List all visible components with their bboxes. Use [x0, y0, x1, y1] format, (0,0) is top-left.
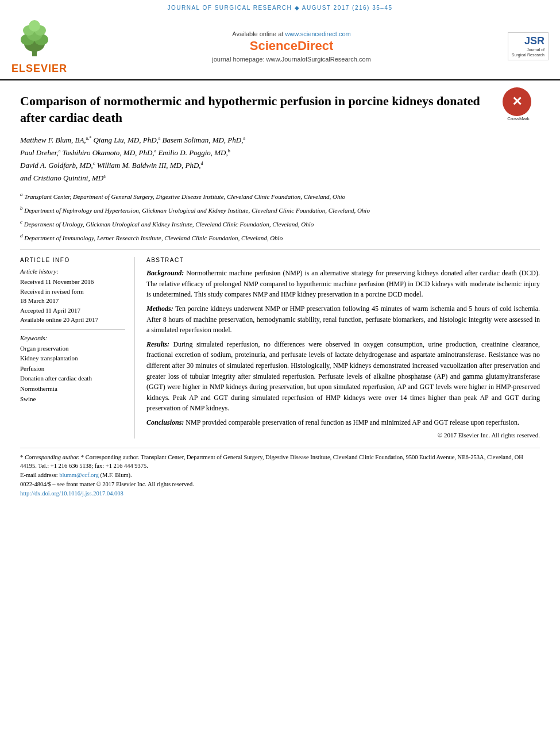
elsevier-tree-icon — [11, 18, 57, 58]
received-date: Received 11 November 2016 — [20, 277, 125, 287]
abstract-column: Abstract Background: Normothermic machin… — [146, 257, 540, 438]
affiliation-b: b Department of Nephrology and Hypertens… — [20, 205, 540, 215]
results-text: During simulated reperfusion, no differe… — [146, 340, 540, 413]
keyword-organ-preservation: Organ preservation — [20, 344, 125, 354]
footer: * Corresponding author. * Corresponding … — [20, 448, 540, 503]
journal-homepage: journal homepage: www.JournalofSurgicalR… — [80, 56, 503, 63]
affiliations-block: a Transplant Center, Department of Gener… — [20, 191, 540, 243]
conclusions-label: Conclusions: — [146, 418, 184, 426]
article-title: Comparison of normothermic and hypotherm… — [20, 93, 540, 126]
available-online-date: Available online 20 April 2017 — [20, 315, 125, 325]
crossmark-icon: ✕ — [503, 87, 531, 116]
email-note: E-mail address: blumm@ccf.org (M.F. Blum… — [20, 471, 540, 480]
elsevier-logo: ELSEVIER — [11, 18, 80, 75]
abstract-results: Results: During simulated reperfusion, n… — [146, 339, 540, 414]
methods-text: Ten porcine kidneys underwent NMP or HMP… — [146, 305, 540, 334]
issn-note: 0022-4804/$ – see front matter © 2017 El… — [20, 480, 540, 489]
main-content: Comparison of normothermic and hypotherm… — [0, 80, 560, 439]
email-label: E-mail address: — [20, 472, 59, 478]
crossmark-badge: ✕ CrossMark — [503, 87, 534, 119]
history-label: Article history: — [20, 268, 125, 275]
journal-header: Journal of Surgical Research ◆ August 20… — [0, 0, 560, 13]
revised-date: Received in revised form18 March 2017 — [20, 287, 125, 306]
jsr-fullname: Journal ofSurgical Research — [512, 47, 544, 57]
affiliation-a: a Transplant Center, Department of Gener… — [20, 191, 540, 201]
affiliation-c: c Department of Urology, Glickman Urolog… — [20, 218, 540, 229]
email-link[interactable]: blumm@ccf.org — [59, 472, 99, 478]
corresponding-note: * Corresponding author. * Corresponding … — [20, 453, 540, 471]
available-online-text: Available online at www.sciencedirect.co… — [80, 30, 503, 37]
keyword-donation: Donation after cardiac death — [20, 374, 125, 384]
doi-anchor[interactable]: http://dx.doi.org/10.1016/j.jss.2017.04.… — [20, 490, 123, 497]
conclusions-text: NMP provided comparable preservation of … — [186, 418, 519, 426]
journal-name: Journal of Surgical Research — [167, 5, 292, 11]
article-info-header: Article Info — [20, 257, 125, 263]
center-banner: Available online at www.sciencedirect.co… — [80, 30, 503, 63]
keyword-kidney: Kidney transplantation — [20, 353, 125, 364]
section-divider-1 — [20, 249, 540, 250]
sciencedirect-url[interactable]: www.sciencedirect.com — [285, 30, 350, 37]
background-text: Normothermic machine perfusion (NMP) is … — [146, 269, 540, 298]
abstract-header: Abstract — [146, 257, 540, 263]
top-banner: ELSEVIER Available online at www.science… — [0, 13, 560, 80]
crossmark-label: CrossMark — [503, 116, 534, 121]
methods-label: Methods: — [146, 305, 173, 313]
affiliation-d: d Department of Immunology, Lerner Resea… — [20, 232, 540, 243]
jsr-box: JSR Journal ofSurgical Research — [508, 32, 549, 60]
info-divider — [20, 329, 125, 330]
elsevier-wordmark: ELSEVIER — [11, 63, 80, 75]
article-info-column: Article Info Article history: Received 1… — [20, 257, 135, 438]
abstract-methods: Methods: Ten porcine kidneys underwent N… — [146, 303, 540, 336]
jsr-abbrev: JSR — [512, 35, 544, 47]
two-column-layout: Article Info Article history: Received 1… — [20, 257, 540, 438]
background-label: Background: — [146, 269, 184, 277]
svg-point-7 — [29, 20, 40, 32]
abstract-conclusions: Conclusions: NMP provided comparable pre… — [146, 417, 540, 428]
authors-block: Matthew F. Blum, BA,a,* Qiang Liu, MD, P… — [20, 134, 540, 184]
sciencedirect-logo: ScienceDirect — [80, 39, 503, 53]
journal-date: August 2017 (216) 35–45 — [302, 5, 393, 11]
accepted-date: Accepted 11 April 2017 — [20, 306, 125, 316]
results-label: Results: — [146, 340, 169, 348]
keyword-swine: Swine — [20, 394, 125, 405]
email-suffix: (M.F. Blum). — [101, 472, 132, 478]
abstract-background: Background: Normothermic machine perfusi… — [146, 268, 540, 300]
doi-link: http://dx.doi.org/10.1016/j.jss.2017.04.… — [20, 489, 540, 498]
copyright-notice: © 2017 Elsevier Inc. All rights reserved… — [146, 432, 540, 439]
keyword-perfusion: Perfusion — [20, 364, 125, 374]
jsr-logo: JSR Journal ofSurgical Research — [503, 32, 549, 60]
keyword-normothermia: Normothermia — [20, 384, 125, 394]
keywords-label: Keywords: — [20, 334, 125, 341]
